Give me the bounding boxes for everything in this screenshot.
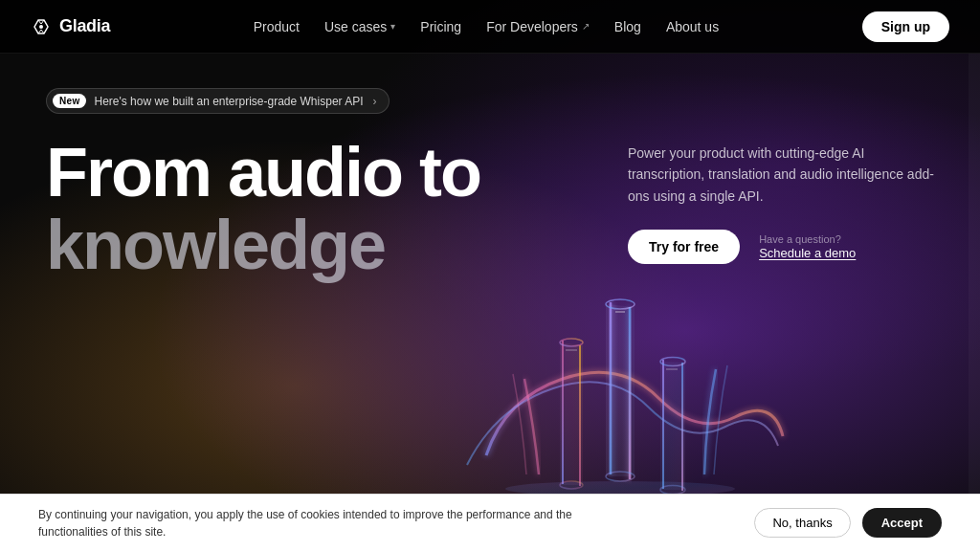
no-thanks-button[interactable]: No, thanks — [754, 508, 850, 538]
signup-button[interactable]: Sign up — [862, 11, 949, 42]
nav-about-us[interactable]: About us — [657, 13, 728, 40]
nav-pricing[interactable]: Pricing — [411, 13, 471, 40]
headline-line1: From audio to — [46, 134, 480, 210]
nav-blog[interactable]: Blog — [605, 13, 651, 40]
scrollbar[interactable] — [969, 54, 980, 551]
hero-section: New Here's how we built an enterprise-gr… — [0, 54, 980, 494]
have-question-text: Have a question? — [759, 233, 856, 245]
cookie-bar: By continuing your navigation, you apply… — [0, 494, 980, 551]
hero-content: From audio to knowledge Power your produ… — [46, 137, 934, 281]
try-free-button[interactable]: Try for free — [628, 230, 740, 264]
chevron-down-icon: ▾ — [390, 21, 395, 32]
schedule-demo-link[interactable]: Schedule a demo — [759, 246, 856, 260]
logo[interactable]: Gladia — [31, 16, 110, 37]
hero-actions: Try for free Have a question? Schedule a… — [628, 230, 934, 264]
new-badge: New — [53, 94, 86, 108]
announcement-text: Here's how we built an enterprise-grade … — [94, 95, 363, 108]
schedule-demo-container: Have a question? Schedule a demo — [759, 233, 856, 260]
hero-left: From audio to knowledge — [46, 137, 590, 281]
cookie-text: By continuing your navigation, you apply… — [38, 506, 612, 540]
logo-text: Gladia — [59, 16, 110, 36]
banner-arrow-icon: › — [373, 95, 377, 108]
hero-headline: From audio to knowledge — [46, 137, 590, 281]
nav-use-cases[interactable]: Use cases ▾ — [315, 13, 405, 40]
hero-right: Power your product with cutting-edge AI … — [628, 137, 934, 264]
nav-product[interactable]: Product — [244, 13, 309, 40]
svg-point-0 — [39, 25, 43, 29]
nav-for-developers[interactable]: For Developers ↗ — [477, 13, 599, 40]
hero-subtext: Power your product with cutting-edge AI … — [628, 143, 934, 207]
cookie-actions: No, thanks Accept — [754, 508, 942, 538]
headline-line2: knowledge — [46, 207, 385, 283]
announcement-banner[interactable]: New Here's how we built an enterprise-gr… — [46, 88, 390, 114]
logo-icon — [31, 16, 52, 37]
accept-button[interactable]: Accept — [862, 508, 942, 538]
external-link-icon: ↗ — [582, 21, 590, 32]
nav-links: Product Use cases ▾ Pricing For Develope… — [244, 13, 728, 40]
navbar: Gladia Product Use cases ▾ Pricing For D… — [0, 0, 980, 54]
